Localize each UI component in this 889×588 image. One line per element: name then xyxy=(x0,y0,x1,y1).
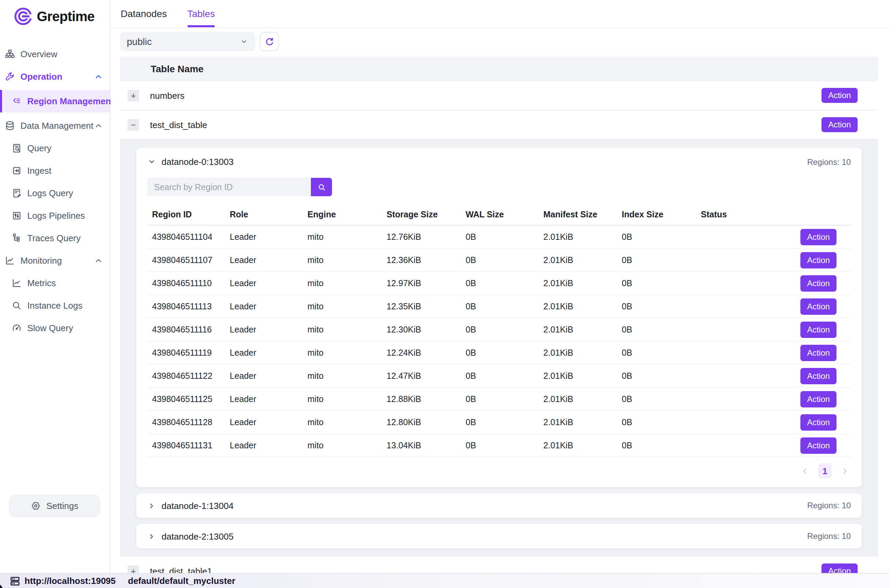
region-manifest: 2.01KiB xyxy=(539,348,617,357)
regions-count: Regions: 10 xyxy=(807,531,851,541)
database-select[interactable]: public xyxy=(120,32,255,51)
region-wal: 0B xyxy=(461,441,539,450)
datanode-name: datanode-0:13003 xyxy=(162,157,233,167)
action-button[interactable]: Action xyxy=(800,414,836,430)
action-button[interactable]: Action xyxy=(821,88,857,103)
region-engine: mito xyxy=(303,302,382,311)
sidebar-section-monitoring[interactable]: Monitoring xyxy=(0,251,110,270)
action-button[interactable]: Action xyxy=(800,437,836,453)
region-engine: mito xyxy=(303,441,382,450)
region-id: 4398046511125 xyxy=(147,394,225,404)
chevron-down-icon xyxy=(240,38,248,46)
collapse-minus-icon[interactable]: − xyxy=(128,119,139,130)
region-row: 4398046511116 Leader mito 12.30KiB 0B 2.… xyxy=(147,318,851,341)
region-row: 4398046511128 Leader mito 12.80KiB 0B 2.… xyxy=(147,411,851,434)
chevron-left-icon[interactable] xyxy=(800,466,809,475)
chevron-up-icon[interactable] xyxy=(94,256,103,265)
tab-datanodes[interactable]: Datanodes xyxy=(121,0,167,27)
sidebar-item-label: Data Management xyxy=(21,121,93,131)
region-index: 0B xyxy=(617,232,696,242)
sidebar-item-slow-query[interactable]: Slow Query xyxy=(0,319,110,337)
chevron-right-icon[interactable] xyxy=(841,466,850,475)
region-storage: 12.30KiB xyxy=(382,325,461,334)
brand-name: Greptime xyxy=(37,9,95,24)
region-index: 0B xyxy=(617,371,696,381)
datanode-name: datanode-1:13004 xyxy=(162,501,233,511)
sidebar-item-overview[interactable]: Overview xyxy=(0,45,110,63)
tree-icon xyxy=(12,233,22,243)
pagination-page-1[interactable]: 1 xyxy=(818,464,832,478)
region-list-icon xyxy=(12,96,22,106)
datanode-card[interactable]: datanode-1:13004 Regions: 10 xyxy=(136,493,862,518)
sidebar-nav: Overview Operation xyxy=(0,45,110,341)
document-search-icon xyxy=(12,143,22,153)
refresh-button[interactable] xyxy=(260,32,279,51)
region-engine: mito xyxy=(303,255,382,265)
sidebar-section-operation[interactable]: Operation xyxy=(0,68,110,86)
datanode-card[interactable]: datanode-2:13005 Regions: 10 xyxy=(136,524,862,549)
sidebar-item-logs-pipelines[interactable]: Logs Pipelines xyxy=(0,207,110,225)
region-storage: 12.97KiB xyxy=(382,278,461,288)
chevron-up-icon[interactable] xyxy=(94,121,103,130)
region-role: Leader xyxy=(225,371,303,381)
wrench-icon xyxy=(5,72,15,82)
chart-icon xyxy=(12,278,22,288)
region-search-button[interactable] xyxy=(311,178,332,196)
sidebar-item-traces-query[interactable]: Traces Query xyxy=(0,229,110,248)
region-id: 4398046511113 xyxy=(147,302,225,311)
action-button[interactable]: Action xyxy=(800,298,836,315)
tables-list: Table Name + numbers Action − test_dist_… xyxy=(120,57,878,573)
action-button[interactable]: Action xyxy=(821,117,857,132)
chevron-up-icon[interactable] xyxy=(94,72,103,81)
server-url[interactable]: http://localhost:19095 xyxy=(24,576,116,586)
gear-icon xyxy=(31,501,41,511)
action-button[interactable]: Action xyxy=(800,321,836,338)
settings-label: Settings xyxy=(47,501,78,511)
datanode-header[interactable]: datanode-0:13003 Regions: 10 xyxy=(147,157,851,167)
region-row: 4398046511131 Leader mito 13.04KiB 0B 2.… xyxy=(147,434,851,457)
action-button[interactable]: Action xyxy=(821,564,857,573)
action-button[interactable]: Action xyxy=(800,368,836,384)
region-id: 4398046511128 xyxy=(147,417,225,427)
action-button[interactable]: Action xyxy=(800,391,836,407)
region-id: 4398046511122 xyxy=(147,371,225,381)
expand-plus-icon[interactable]: + xyxy=(128,565,139,573)
sidebar-item-instance-logs[interactable]: Instance Logs xyxy=(0,296,110,315)
sidebar-item-logs-query[interactable]: Logs Query xyxy=(0,184,110,202)
expand-plus-icon[interactable]: + xyxy=(128,90,139,101)
action-button[interactable]: Action xyxy=(800,275,836,291)
sidebar-item-label: Slow Query xyxy=(27,323,73,333)
tab-tables[interactable]: Tables xyxy=(187,0,215,27)
action-button[interactable]: Action xyxy=(800,344,836,361)
action-button[interactable]: Action xyxy=(800,229,836,245)
region-index: 0B xyxy=(617,255,696,265)
sidebar-item-metrics[interactable]: Metrics xyxy=(0,274,110,292)
region-row: 4398046511113 Leader mito 12.35KiB 0B 2.… xyxy=(147,295,851,318)
region-role: Leader xyxy=(225,441,303,450)
table-name: numbers xyxy=(150,90,185,100)
main-content: Datanodes Tables public Table Name xyxy=(110,0,889,573)
region-manifest: 2.01KiB xyxy=(539,232,617,242)
region-id: 4398046511110 xyxy=(147,278,225,288)
region-wal: 0B xyxy=(461,255,539,265)
sidebar-item-region-management[interactable]: Region Management xyxy=(0,90,110,112)
region-role: Leader xyxy=(225,325,303,334)
region-storage: 12.35KiB xyxy=(382,302,461,311)
region-storage: 12.80KiB xyxy=(382,417,461,427)
region-storage: 12.88KiB xyxy=(382,394,461,404)
action-button[interactable]: Action xyxy=(800,252,836,268)
status-bar: http://localhost:19095 default/default_m… xyxy=(0,573,889,588)
sidebar-item-label: Overview xyxy=(21,49,57,59)
region-manifest: 2.01KiB xyxy=(539,371,617,381)
sidebar-item-query[interactable]: Query xyxy=(0,139,110,158)
region-search-input[interactable] xyxy=(147,178,311,196)
column-region-id: Region ID xyxy=(147,210,225,219)
ingest-icon xyxy=(12,166,22,176)
settings-button[interactable]: Settings xyxy=(9,495,100,517)
region-storage: 12.47KiB xyxy=(382,371,461,381)
sidebar-section-data-management[interactable]: Data Management xyxy=(0,117,110,135)
sidebar-item-ingest[interactable]: Ingest xyxy=(0,162,110,180)
region-id: 4398046511131 xyxy=(147,441,225,450)
region-wal: 0B xyxy=(461,325,539,334)
regions-count: Regions: 10 xyxy=(807,501,851,510)
